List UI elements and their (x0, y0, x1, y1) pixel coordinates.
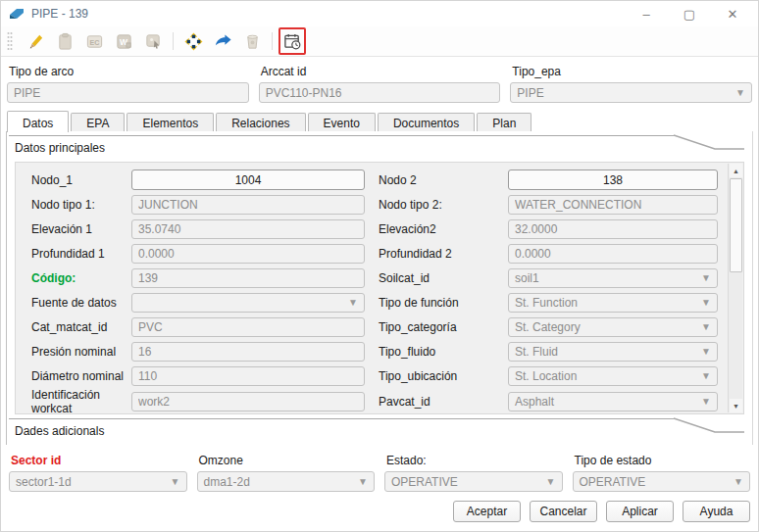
aplicar-button[interactable]: Aplicar (606, 501, 674, 522)
ec-document-button[interactable]: EC (81, 28, 107, 54)
tab-elementos[interactable]: Elementos (126, 113, 214, 132)
diametro-nominal-field[interactable] (131, 366, 365, 386)
tipo-de-arco-field[interactable] (7, 82, 249, 103)
scrollbar-down-button[interactable]: ▼ (730, 399, 742, 412)
form-row: Identificación workcat Pavcat_id Asphalt… (25, 388, 718, 412)
word-document-icon: W (115, 32, 133, 51)
tab-datos[interactable]: Datos (7, 111, 69, 132)
chevron-down-icon: ▼ (701, 347, 711, 357)
word-document-button[interactable]: W (111, 28, 136, 54)
tab-evento[interactable]: Evento (308, 113, 376, 132)
chevron-down-icon: ▼ (358, 477, 368, 487)
toolbar: EC W (1, 26, 758, 57)
tipo-de-estado-select[interactable]: OPERATIVE ▼ (573, 471, 751, 492)
tipo-de-funcion-select[interactable]: St. Function ▼ (508, 293, 718, 313)
tab-relaciones[interactable]: Relaciones (216, 113, 305, 132)
image-select-icon (144, 32, 163, 51)
sector-id-select[interactable]: sector1-1d ▼ (9, 471, 187, 492)
presion-nominal-label: Presión nominal (25, 345, 131, 359)
profundidad1-field[interactable] (131, 244, 365, 264)
top-form: Tipo de arco Arccat id Tipo_epa PIPE ▼ (1, 57, 758, 110)
nodo-tipo1-field[interactable] (131, 195, 365, 215)
paste-clipboard-icon (56, 32, 75, 51)
tipo-ubicacion-select[interactable]: St. Location ▼ (508, 366, 718, 386)
tipo-epa-select[interactable]: PIPE ▼ (510, 82, 752, 103)
form-row: Código: Soilcat_id soil1 ▼ (25, 266, 718, 290)
tab-documentos[interactable]: Documentos (378, 113, 475, 132)
tipo-categoria-value: St. Category (515, 320, 581, 334)
tab-epa[interactable]: EPA (71, 113, 125, 132)
fuente-de-datos-select[interactable]: ▼ (131, 293, 365, 313)
forward-arrow-button[interactable] (210, 28, 235, 54)
vertical-scrollbar[interactable]: ▲ ▼ (728, 164, 742, 412)
tipo-categoria-label: Tipo_categoría (373, 320, 508, 334)
elevacion2-field[interactable] (508, 219, 718, 239)
pavcat-id-select[interactable]: Asphalt ▼ (508, 392, 718, 411)
close-button[interactable]: ✕ (711, 2, 754, 25)
tipo-fluido-select[interactable]: St. Fluid ▼ (508, 342, 718, 362)
tipo-categoria-select[interactable]: St. Category ▼ (508, 317, 718, 337)
codigo-label: Código: (25, 271, 131, 285)
soilcat-id-select[interactable]: soil1 ▼ (508, 268, 718, 288)
pavcat-id-label: Pavcat_id (373, 395, 508, 409)
ec-document-icon: EC (85, 32, 104, 51)
arccat-id-label: Arccat id (261, 65, 501, 78)
tipo-fluido-label: Tipo_fluido (373, 345, 508, 359)
chevron-down-icon: ▼ (701, 273, 711, 283)
minimize-button[interactable]: – (625, 2, 668, 25)
edit-button[interactable] (23, 28, 48, 54)
toolbar-separator (272, 32, 273, 50)
form-row: Elevación 1 Elevación2 (25, 217, 718, 241)
edit-pencil-icon (26, 32, 45, 51)
tipo-epa-label: Tipo_epa (512, 65, 752, 78)
omzone-select[interactable]: dma1-2d ▼ (197, 471, 376, 492)
section-slant-decoration (674, 417, 744, 435)
elevacion1-label: Elevación 1 (25, 222, 131, 236)
estado-select[interactable]: OPERATIVE ▼ (384, 471, 563, 492)
presion-nominal-field[interactable] (131, 342, 365, 362)
tipo-ubicacion-label: Tipo_ubicación (373, 369, 508, 383)
red-highlight-box (278, 27, 306, 55)
trash-button[interactable] (239, 28, 265, 54)
nodo2-button[interactable]: 138 (508, 169, 718, 190)
move-arrows-button[interactable] (180, 28, 206, 54)
toolbar-separator (173, 32, 174, 50)
tipo-ubicacion-value: St. Location (515, 369, 577, 383)
elevacion1-field[interactable] (131, 219, 365, 239)
form-row: Profundidad 1 Profundidad 2 (25, 241, 718, 266)
toolbar-grip[interactable] (7, 31, 13, 51)
tab-plan[interactable]: Plan (477, 113, 531, 132)
app-logo-icon (9, 7, 25, 21)
main-form-scroll-area: Nodo_1 1004 Nodo 2 138 Nodo tipo 1: Nodo… (15, 162, 744, 414)
scrollbar-thumb[interactable] (730, 178, 742, 272)
cancelar-button[interactable]: Cancelar (530, 501, 597, 522)
chevron-down-icon: ▼ (701, 298, 711, 308)
form-row: Nodo_1 1004 Nodo 2 138 (25, 168, 718, 192)
image-select-button[interactable] (140, 28, 166, 54)
tipo-de-estado-value: OPERATIVE (580, 475, 646, 489)
identificacion-workcat-field[interactable] (131, 392, 365, 411)
aceptar-button[interactable]: Aceptar (453, 501, 521, 522)
profundidad2-field[interactable] (508, 244, 718, 264)
nodo1-button[interactable]: 1004 (131, 169, 365, 190)
trash-icon (243, 32, 262, 51)
tipo-de-arco-label: Tipo de arco (9, 65, 249, 78)
chevron-down-icon: ▼ (348, 298, 358, 308)
soilcat-id-value: soil1 (515, 271, 539, 285)
arccat-id-field[interactable] (259, 82, 501, 103)
codigo-field[interactable] (131, 268, 365, 288)
nodo-tipo2-field[interactable] (508, 195, 718, 215)
maximize-button[interactable]: ▢ (668, 2, 711, 25)
chevron-down-icon: ▼ (734, 477, 743, 487)
calendar-clock-button[interactable] (279, 28, 305, 54)
paste-button[interactable] (52, 28, 77, 54)
chevron-down-icon: ▼ (701, 397, 711, 407)
section-header-datos-principales[interactable]: Datos principales (7, 131, 752, 162)
chevron-down-icon: ▼ (546, 477, 556, 487)
ayuda-button[interactable]: Ayuda (683, 501, 750, 522)
section-header-dades-adicionals[interactable]: Dades adicionals (7, 414, 752, 445)
elevacion2-label: Elevación2 (373, 222, 508, 236)
nodo-tipo1-label: Nodo tipo 1: (25, 198, 131, 212)
scrollbar-up-button[interactable]: ▲ (730, 164, 742, 177)
cat-matcat-id-field[interactable] (131, 317, 365, 337)
